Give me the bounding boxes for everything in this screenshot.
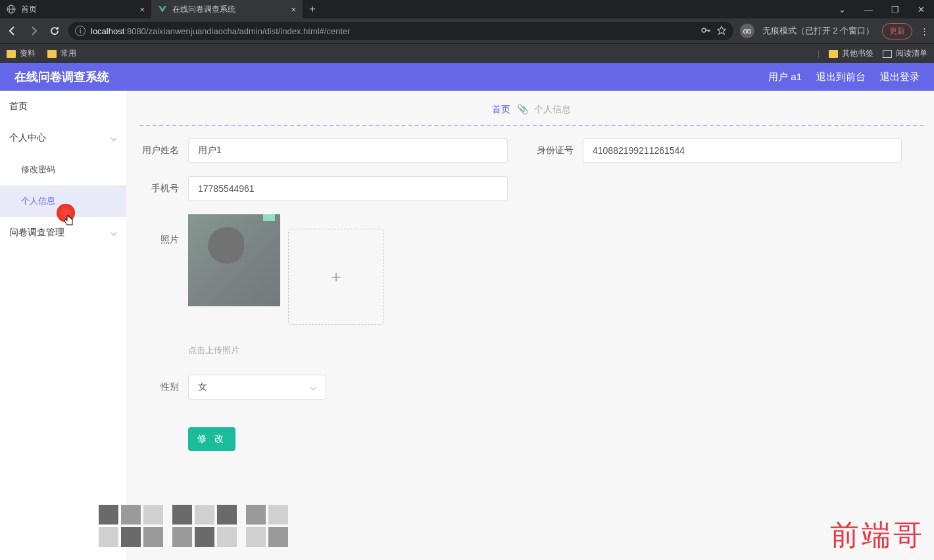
bookmark-folder[interactable]: 常用: [47, 48, 76, 59]
svg-point-5: [747, 30, 750, 34]
upload-button[interactable]: +: [288, 229, 384, 325]
user-label[interactable]: 用户 a1: [768, 71, 802, 83]
username-input[interactable]: [188, 138, 508, 163]
photo-label: 照片: [139, 214, 179, 325]
back-icon[interactable]: [5, 26, 20, 36]
gender-select[interactable]: 女: [188, 375, 326, 400]
list-icon: [883, 50, 892, 58]
svg-point-4: [743, 30, 747, 34]
tab-title: 首页: [21, 4, 134, 15]
submit-button[interactable]: 修 改: [188, 427, 235, 451]
bookmark-folder[interactable]: 资料: [7, 48, 36, 59]
chevron-down-icon: [111, 133, 117, 143]
breadcrumb-current: 个人信息: [534, 104, 571, 114]
folder-icon: [7, 50, 16, 58]
uploaded-photo[interactable]: [188, 214, 280, 306]
sidebar-item-change-password[interactable]: 修改密码: [0, 154, 126, 185]
chevron-down-icon: [310, 382, 316, 392]
exit-front-link[interactable]: 退出到前台: [816, 71, 866, 83]
idcard-input[interactable]: [583, 138, 902, 163]
bookmark-bar: 资料 常用 | 其他书签 阅读清单: [0, 43, 934, 63]
browser-tab[interactable]: 首页 ×: [0, 0, 151, 18]
gender-label: 性别: [139, 381, 179, 393]
forward-icon[interactable]: [26, 26, 41, 36]
upload-hint: 点击上传照片: [188, 344, 923, 356]
minimize-icon[interactable]: —: [864, 5, 873, 14]
browser-tab-bar: 首页 × 在线问卷调查系统 × + ⌄ — ❐ ✕: [0, 0, 934, 18]
hand-cursor-icon: [63, 214, 75, 230]
new-tab-button[interactable]: +: [303, 3, 322, 16]
logout-link[interactable]: 退出登录: [880, 71, 920, 83]
close-window-icon[interactable]: ✕: [918, 5, 925, 14]
update-button[interactable]: 更新: [882, 23, 912, 39]
tab-title: 在线问卷调查系统: [172, 4, 285, 15]
browser-tab-active[interactable]: 在线问卷调查系统 ×: [151, 0, 303, 18]
pixelation-overlay: [99, 505, 288, 547]
url-bar[interactable]: i localhost:8080/zaixianwenjuandiaocha/a…: [68, 22, 733, 40]
close-icon[interactable]: ×: [139, 5, 145, 14]
app-header: 在线问卷调查系统 用户 a1 退出到前台 退出登录: [0, 63, 934, 91]
sidebar-item-home[interactable]: 首页: [0, 91, 126, 122]
divider: [139, 125, 923, 126]
username-label: 用户姓名: [139, 145, 179, 156]
chevron-down-icon: [111, 228, 117, 238]
chevron-down-icon[interactable]: ⌄: [839, 5, 846, 14]
phone-input[interactable]: [188, 176, 508, 201]
folder-icon: [829, 50, 838, 58]
main-content: 首页 📎 个人信息 用户姓名 身份证号 手机号: [126, 91, 934, 560]
folder-icon: [47, 50, 57, 58]
star-icon[interactable]: [716, 25, 727, 37]
sidebar-item-personal-center[interactable]: 个人中心: [0, 122, 126, 154]
other-bookmarks[interactable]: 其他书签: [829, 48, 873, 59]
url-text: localhost:8080/zaixianwenjuandiaocha/adm…: [91, 26, 695, 36]
phone-label: 手机号: [139, 183, 179, 195]
window-controls: ⌄ — ❐ ✕: [839, 5, 934, 14]
paperclip-icon: 📎: [517, 104, 528, 114]
svg-point-3: [702, 28, 706, 32]
info-icon[interactable]: i: [75, 26, 86, 36]
browser-nav-bar: i localhost:8080/zaixianwenjuandiaocha/a…: [0, 18, 934, 43]
reading-list[interactable]: 阅读清单: [883, 48, 927, 59]
reload-icon[interactable]: [47, 26, 62, 36]
maximize-icon[interactable]: ❐: [891, 5, 899, 14]
breadcrumb: 首页 📎 个人信息: [139, 99, 923, 125]
menu-icon[interactable]: ⋮: [920, 26, 929, 36]
incognito-icon[interactable]: [740, 24, 754, 38]
globe-icon: [7, 5, 16, 14]
watermark: 前端哥: [830, 516, 925, 555]
app-title: 在线问卷调查系统: [14, 69, 109, 85]
sidebar: 首页 个人中心 修改密码 个人信息 问卷调查管理: [0, 91, 126, 560]
close-icon[interactable]: ×: [291, 5, 296, 14]
key-icon[interactable]: [700, 26, 711, 37]
breadcrumb-home[interactable]: 首页: [492, 104, 510, 114]
idcard-label: 身份证号: [534, 145, 574, 156]
vue-icon: [158, 5, 167, 14]
incognito-label: 无痕模式（已打开 2 个窗口）: [762, 25, 874, 37]
plus-icon: +: [331, 267, 341, 287]
